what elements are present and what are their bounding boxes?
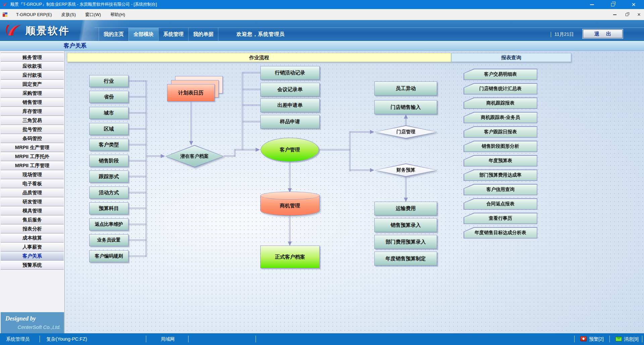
flow-node-sample-request[interactable]: 样品申请 — [260, 115, 320, 129]
sidebar-item-sales[interactable]: 销售管理 — [1, 98, 64, 107]
flow-node-dept-expense-budget[interactable]: 部门费用预算录入 — [374, 235, 437, 249]
sidebar-item-barcode-control[interactable]: 条码管控 — [1, 134, 64, 143]
tab-system-mgmt[interactable]: 系统管理 — [158, 28, 188, 41]
flow-node-store-sales-input[interactable]: 门店销售输入 — [374, 100, 437, 114]
menu-tgroup-erp[interactable]: T-GROUP ERP(E) — [11, 9, 57, 20]
close-icon: ✕ — [632, 2, 636, 7]
flow-node-activity-mode[interactable]: 活动方式 — [89, 187, 128, 199]
connector — [128, 256, 146, 257]
flow-node-city[interactable]: 城市 — [89, 107, 128, 119]
tab-all-modules[interactable]: 全部模块 — [128, 28, 158, 41]
menu-help[interactable]: 帮助(H) — [106, 9, 130, 20]
breadcrumb-bar: 客户关系 — [0, 41, 644, 51]
sidebar-item-mrp2-production[interactable]: MRPII 生产管理 — [1, 143, 64, 152]
tab-my-documents[interactable]: 我的单据 — [188, 28, 218, 41]
menu-window[interactable]: 窗口(W) — [80, 9, 106, 20]
sidebar-item-mrp2-outsourcing[interactable]: MRPII 工序托外 — [1, 152, 64, 161]
flow-node-schedule-calendar[interactable]: 计划表日历 — [167, 84, 215, 101]
minimize-button[interactable] — [582, 0, 602, 9]
sidebar-item-e-kanban[interactable]: 电子看板 — [1, 179, 64, 188]
flow-node-finance-budget[interactable]: 财务预算 — [375, 163, 437, 177]
sidebar-item-customer-relations[interactable]: 客户关系 — [1, 252, 64, 261]
connector — [319, 149, 351, 150]
sidebar-item-alert-system[interactable]: 预警系统 — [1, 261, 64, 270]
sidebar-item-report-analysis[interactable]: 报表分析 — [1, 224, 64, 233]
sidebar-item-payables[interactable]: 应付款项 — [1, 71, 64, 80]
flow-node-potential-customer[interactable]: 潜在客户档案 — [165, 145, 224, 167]
menu-bar: T-GROUP ERP(E) 皮肤(S) 窗口(W) 帮助(H) ✕ — [0, 9, 644, 20]
flow-node-transport-cost[interactable]: 运输费用 — [374, 202, 437, 215]
sidebar-item-accounting[interactable]: 账务管理 — [1, 53, 64, 62]
report-customer-credit[interactable]: 客户信用查询 — [464, 184, 537, 195]
flow-node-customer-type[interactable]: 客户类型 — [89, 139, 128, 151]
sidebar-item-hr-payroll[interactable]: 人事薪资 — [1, 243, 64, 252]
sidebar-item-after-sales[interactable]: 售后服务 — [1, 215, 64, 224]
sidebar-item-quality[interactable]: 品质管理 — [1, 188, 64, 197]
flow-node-label: 商机管理 — [260, 196, 320, 216]
report-customer-tracking-daily[interactable]: 客户跟踪日报表 — [464, 126, 537, 138]
mdi-close-button[interactable]: ✕ — [636, 12, 642, 18]
sidebar-item-rnd[interactable]: 研发管理 — [1, 197, 64, 206]
flow-node-province[interactable]: 省份 — [89, 91, 128, 103]
flow-node-formal-customer[interactable]: 正式客户档案 — [260, 246, 320, 268]
message-status-button[interactable]: 消息[9] — [624, 336, 639, 342]
flow-node-label: 财务预算 — [375, 164, 436, 176]
flow-node-staff-change[interactable]: 员工异动 — [374, 81, 437, 95]
report-customer-transactions[interactable]: 客户交易明细表 — [464, 69, 537, 80]
report-opportunity-by-salesman[interactable]: 商机跟踪表-业务员 — [464, 112, 537, 123]
sidebar-item-batch-control[interactable]: 批号管控 — [1, 125, 64, 134]
sidebar-item-mrp2-process[interactable]: MRPII 工序管理 — [1, 161, 64, 170]
report-store-sales-summary[interactable]: 门店销售统计汇总表 — [464, 83, 537, 94]
flow-node-sales-stage[interactable]: 销售阶段 — [89, 155, 128, 167]
restore-button[interactable] — [602, 0, 623, 9]
report-sales-stage-graph[interactable]: 销售阶段图形分析 — [464, 141, 537, 152]
connector — [128, 208, 146, 209]
restore-icon — [626, 13, 628, 16]
report-dept-budget-achievement[interactable]: 部门预算费用达成率 — [464, 169, 537, 181]
flow-node-region[interactable]: 区域 — [89, 123, 128, 135]
flowchart-canvas: 作业流程 报表查询 行业 省份 城市 区域 客户类型 销售阶段 跟踪形式 活动方… — [65, 51, 644, 333]
report-contract-rebate[interactable]: 合同返点报表 — [464, 198, 537, 210]
close-button[interactable]: ✕ — [623, 0, 644, 9]
flow-node-opportunity-mgmt[interactable]: 商机管理 — [260, 192, 320, 216]
mdi-restore-button[interactable] — [624, 12, 630, 18]
exit-button[interactable]: 退 出 — [583, 29, 623, 38]
shunjing-logo-icon — [5, 23, 22, 39]
connector — [350, 131, 371, 133]
connector — [405, 177, 407, 198]
flow-node-salesman-setup[interactable]: 业务员设置 — [89, 234, 128, 246]
report-annual-sales-target[interactable]: 年度销售目标达成分析表 — [464, 227, 537, 238]
alert-status-button[interactable]: 预警[2] — [589, 336, 604, 342]
report-view-calendar[interactable]: 查看行事历 — [464, 213, 537, 224]
connector — [128, 176, 146, 177]
flow-node-budget-subject[interactable]: 预算科目 — [89, 202, 128, 214]
menu-skin[interactable]: 皮肤(S) — [57, 9, 80, 20]
flow-node-store-mgmt[interactable]: 门店管理 — [375, 125, 437, 139]
arrowhead — [161, 154, 165, 158]
status-separator — [609, 336, 610, 342]
sidebar-item-receivables[interactable]: 应收款项 — [1, 62, 64, 71]
message-icon — [615, 337, 622, 341]
sidebar-item-inventory[interactable]: 库存管理 — [1, 107, 64, 116]
flow-node-rebate-maintenance[interactable]: 返点比率维护 — [89, 218, 128, 230]
flow-node-annual-sales-budget[interactable]: 年度销售预算制定 — [374, 252, 437, 266]
report-opportunity-tracking[interactable]: 商机跟踪报表 — [464, 97, 537, 109]
sidebar-item-shopfloor[interactable]: 现场管理 — [1, 170, 64, 179]
sidebar-item-mold[interactable]: 模具管理 — [1, 206, 64, 215]
status-separator — [574, 336, 575, 342]
mdi-minimize-button[interactable] — [612, 12, 618, 18]
flow-node-customer-mgmt[interactable]: 客户管理 — [261, 138, 319, 162]
flow-node-meeting-record[interactable]: 会议记录单 — [260, 83, 320, 96]
flow-node-business-trip[interactable]: 出差申请单 — [260, 98, 320, 112]
sidebar-item-triangle-trade[interactable]: 三角贸易 — [1, 116, 64, 125]
sidebar-item-purchasing[interactable]: 采购管理 — [1, 89, 64, 98]
flow-node-marketing-activity[interactable]: 行销活动记录 — [260, 66, 320, 80]
tab-my-home[interactable]: 我的主页 — [99, 28, 128, 41]
report-annual-budget[interactable]: 年度预算表 — [464, 155, 537, 166]
flow-node-tracking-form[interactable]: 跟踪形式 — [89, 170, 128, 183]
flow-node-sales-budget-entry[interactable]: 销售预算录入 — [374, 218, 437, 232]
flow-node-customer-code-rule[interactable]: 客户编码规则 — [89, 250, 128, 262]
sidebar-item-fixed-assets[interactable]: 固定资产 — [1, 80, 64, 89]
flow-node-industry[interactable]: 行业 — [89, 75, 128, 87]
sidebar-item-costing[interactable]: 成本核算 — [1, 233, 64, 243]
